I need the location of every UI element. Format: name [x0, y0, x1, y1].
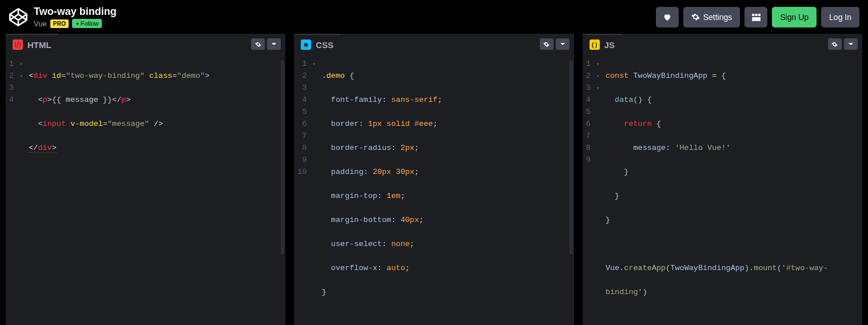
layout-icon [751, 13, 761, 22]
chevron-down-icon [560, 41, 566, 47]
header-actions: Settings Sign Up Log In [656, 7, 859, 27]
header: Two-way binding Vue PRO +Follow Settings… [0, 0, 868, 34]
meta-row: Vue PRO +Follow [34, 19, 117, 28]
chevron-down-icon [848, 41, 854, 47]
css-tab[interactable]: ✱ CSS [294, 34, 340, 54]
svg-rect-1 [755, 14, 758, 16]
logo-area: Two-way binding Vue PRO +Follow [9, 6, 117, 28]
signup-button[interactable]: Sign Up [772, 7, 817, 27]
chevron-down-icon [271, 41, 277, 47]
html-icon [13, 39, 23, 50]
plus-icon: + [75, 20, 79, 27]
editor-chevron-button[interactable] [556, 38, 570, 50]
heart-button[interactable] [656, 7, 679, 27]
editor-chevron-button[interactable] [267, 38, 281, 50]
editor-settings-button[interactable] [828, 38, 842, 50]
code-area[interactable]: 1 ▾ 2 3 4 5 6 7 8 9 10 .demo { font-fami… [294, 54, 574, 325]
settings-button[interactable]: Settings [683, 7, 740, 27]
follow-button[interactable]: +Follow [72, 19, 102, 28]
js-icon: ( ) [590, 39, 600, 50]
editor-header: ✱ CSS [294, 34, 574, 54]
pro-badge: PRO [50, 19, 69, 28]
editor-settings-button[interactable] [251, 38, 265, 50]
editor-header: HTML [6, 34, 285, 54]
js-editor: ( ) JS 1 ▾ 2 ▾ 3 ▾ 4 5 6 7 8 9 const T [583, 34, 862, 325]
code-area[interactable]: 1 ▾ 2 ▾ 3 4 <div id="two-way-binding" cl… [6, 54, 285, 325]
scrollbar[interactable] [281, 60, 284, 255]
svg-rect-3 [752, 17, 761, 21]
gutter: 1 ▾ 2 ▾ 3 ▾ 4 5 6 7 8 9 [583, 58, 606, 322]
code-area[interactable]: 1 ▾ 2 ▾ 3 ▾ 4 5 6 7 8 9 const TwoWayBind… [583, 54, 862, 325]
editor-controls [828, 38, 862, 50]
code[interactable]: <div id="two-way-binding" class="demo"> … [29, 58, 285, 322]
code[interactable]: .demo { font-family: sans-serif; border:… [322, 58, 574, 322]
layout-button[interactable] [744, 7, 767, 27]
svg-rect-2 [758, 14, 761, 16]
login-button[interactable]: Log In [821, 7, 859, 27]
editor-controls [251, 38, 285, 50]
svg-rect-0 [752, 14, 755, 16]
gear-icon [691, 13, 700, 21]
codepen-logo-icon[interactable] [9, 7, 28, 27]
gutter: 1 ▾ 2 ▾ 3 4 [6, 58, 29, 322]
css-editor: ✱ CSS 1 ▾ 2 3 4 5 6 7 8 9 10 [294, 34, 574, 325]
editors-row: HTML 1 ▾ 2 ▾ 3 4 <div id="two-way-bindin… [0, 34, 868, 325]
pen-title: Two-way binding [34, 6, 117, 18]
scrollbar[interactable] [570, 60, 573, 255]
gear-icon [255, 41, 261, 47]
html-tab[interactable]: HTML [6, 34, 58, 54]
editor-header: ( ) JS [583, 34, 862, 54]
gear-icon [831, 41, 838, 47]
js-tab[interactable]: ( ) JS [583, 34, 622, 54]
gutter: 1 ▾ 2 3 4 5 6 7 8 9 10 [294, 58, 321, 322]
editor-controls [540, 38, 574, 50]
heart-icon [663, 13, 672, 22]
gear-icon [543, 41, 550, 47]
editor-chevron-button[interactable] [844, 38, 858, 50]
html-editor: HTML 1 ▾ 2 ▾ 3 4 <div id="two-way-bindin… [6, 34, 285, 325]
editor-settings-button[interactable] [540, 38, 554, 50]
author-name[interactable]: Vue [34, 19, 47, 28]
title-area: Two-way binding Vue PRO +Follow [34, 6, 117, 28]
code[interactable]: const TwoWayBindingApp = { data() { retu… [606, 58, 862, 322]
css-icon: ✱ [301, 39, 311, 50]
